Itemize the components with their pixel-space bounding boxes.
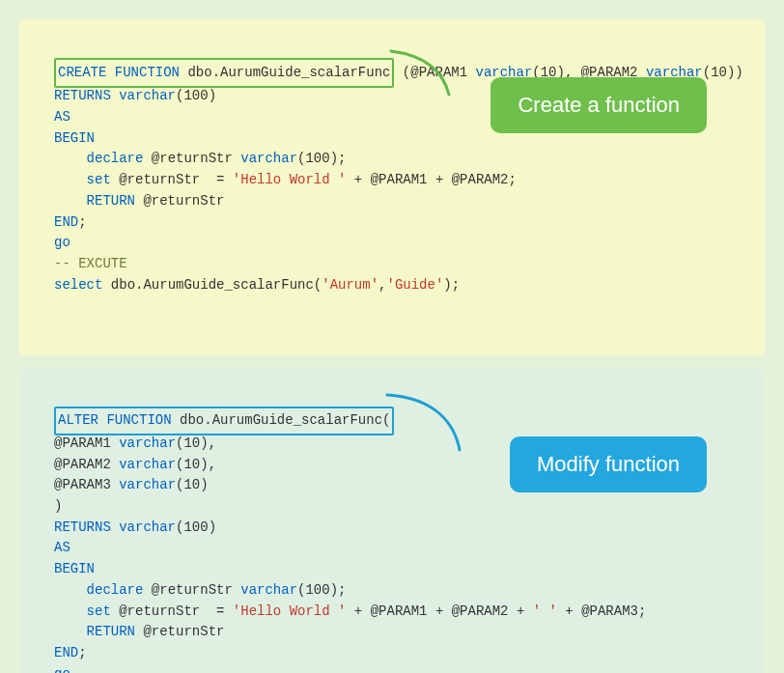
code-text: varchar [119, 457, 176, 472]
code-text: 'Hello World ' [233, 603, 347, 619]
code-text: RETURNS varchar [54, 519, 176, 535]
code-text: @PARAM2 [54, 457, 119, 472]
code-block-create: CREATE FUNCTION dbo.AurumGuide_scalarFun… [19, 19, 765, 355]
code-text: (10) [176, 477, 209, 492]
code-text: (100) [176, 88, 216, 103]
connector-arrow-alter [382, 390, 489, 458]
code-text: dbo.AurumGuide_scalarFunc( [172, 412, 391, 428]
code-text: varchar [119, 477, 176, 492]
code-text: + @PARAM1 + @PARAM2 + [346, 603, 532, 619]
code-text: ; [78, 645, 86, 660]
code-text: RETURNS varchar [54, 88, 176, 103]
code-text: @returnStr [143, 151, 240, 166]
code-text: varchar [240, 582, 297, 598]
code-text: @PARAM1 [54, 435, 119, 451]
code-text: (100); [297, 151, 346, 166]
code-text: ' ' [533, 603, 557, 619]
code-text: @returnStr = [111, 172, 233, 187]
code-text: 'Hello World ' [233, 172, 347, 187]
code-text: (@PARAM1 [394, 65, 475, 80]
code-text: @PARAM3 [54, 477, 119, 492]
code-text: (10), [176, 457, 216, 472]
code-text: ); [443, 277, 460, 293]
code-text: BEGIN [54, 130, 95, 146]
label-create-function: Create a function [490, 77, 707, 133]
code-block-alter: ALTER FUNCTION dbo.AurumGuide_scalarFunc… [19, 369, 765, 673]
code-text: @returnStr [135, 193, 224, 209]
code-text: ALTER FUNCTION [58, 412, 172, 428]
code-text: + @PARAM1 + @PARAM2; [346, 172, 516, 187]
code-text: BEGIN [54, 561, 95, 576]
code-text: @returnStr = [111, 603, 233, 619]
code-text: (100); [297, 582, 346, 598]
code-text: (100) [176, 519, 216, 535]
code-text: 'Aurum' [322, 277, 378, 293]
code-text: declare [54, 151, 143, 166]
code-text: + @PARAM3; [557, 603, 646, 619]
code-text: (10), [176, 435, 216, 451]
code-text: dbo.AurumGuide_scalarFunc [180, 65, 390, 80]
code-text: RETURN [54, 193, 135, 209]
code-text: RETURN [54, 624, 135, 639]
code-text: @returnStr [135, 624, 224, 639]
code-text: (10)) [703, 65, 743, 80]
code-text: go [54, 666, 70, 673]
code-text: dbo.AurumGuide_scalarFunc( [102, 277, 322, 293]
label-modify-function: Modify function [510, 436, 707, 492]
code-text: ) [54, 498, 62, 514]
code-text: go [54, 235, 70, 250]
code-text: varchar [119, 435, 176, 451]
code-text: select [54, 277, 102, 293]
code-text: AS [54, 109, 70, 125]
code-text: CREATE FUNCTION [58, 65, 180, 80]
code-text: END [54, 645, 78, 660]
code-text: @returnStr [143, 582, 240, 598]
code-comment: -- EXCUTE [54, 256, 127, 271]
code-text: set [54, 172, 111, 187]
code-text: 'Guide' [386, 277, 443, 293]
code-text: ; [78, 214, 86, 230]
code-text: varchar [240, 151, 297, 166]
code-text: AS [54, 540, 70, 555]
code-text: set [54, 603, 111, 619]
code-text: END [54, 214, 78, 230]
code-text: declare [54, 582, 143, 598]
